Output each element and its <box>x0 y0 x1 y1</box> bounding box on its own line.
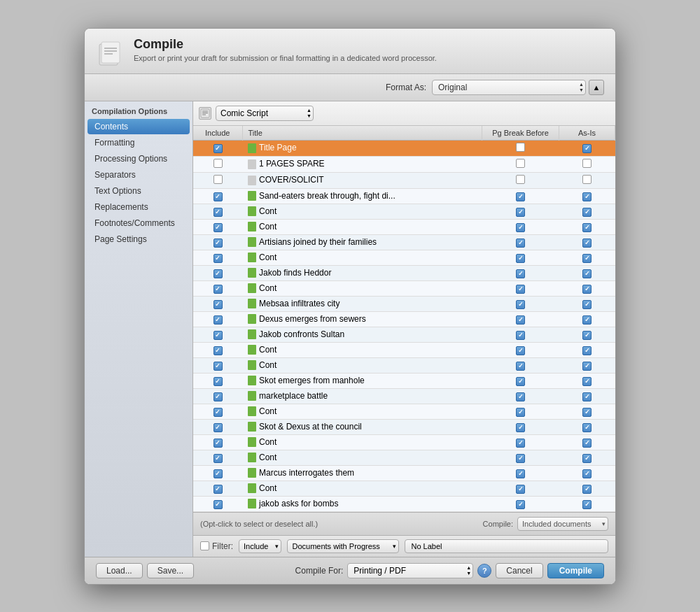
as-is-cell <box>559 342 615 357</box>
as-is-checkbox[interactable] <box>582 423 592 432</box>
as-is-checkbox[interactable] <box>582 223 592 232</box>
include-checkbox[interactable] <box>214 254 223 263</box>
include-checkbox[interactable] <box>214 469 223 478</box>
pg-break-checkbox[interactable] <box>516 362 525 371</box>
include-checkbox[interactable] <box>214 362 223 371</box>
pg-break-checkbox[interactable] <box>516 392 525 401</box>
compile-button[interactable]: Compile <box>547 563 604 578</box>
compile-for-stepper[interactable]: ▲ ▼ <box>466 565 471 576</box>
pg-break-checkbox[interactable] <box>516 439 525 448</box>
sidebar-item-replacements[interactable]: Replacements <box>88 199 190 215</box>
pg-break-checkbox[interactable] <box>516 346 525 355</box>
pg-break-checkbox[interactable] <box>516 285 525 294</box>
load-button[interactable]: Load... <box>96 563 143 578</box>
pg-break-checkbox[interactable] <box>516 208 525 217</box>
sidebar-item-processing[interactable]: Processing Options <box>88 151 190 166</box>
sidebar-item-footnotes[interactable]: Footnotes/Comments <box>88 215 190 231</box>
as-is-checkbox[interactable] <box>582 175 592 184</box>
sidebar-item-formatting[interactable]: Formatting <box>88 135 190 150</box>
pg-break-checkbox[interactable] <box>516 469 525 478</box>
include-checkbox[interactable] <box>214 223 223 232</box>
include-checkbox[interactable] <box>214 192 223 201</box>
sidebar-item-text-options[interactable]: Text Options <box>88 183 190 199</box>
include-checkbox[interactable] <box>214 239 223 248</box>
include-checkbox[interactable] <box>214 331 223 340</box>
filter-documents-select[interactable]: Documents with Progress <box>287 539 399 553</box>
sidebar-item-contents-active[interactable]: Contents <box>88 119 190 134</box>
as-is-checkbox[interactable] <box>582 439 592 448</box>
include-checkbox[interactable] <box>214 269 223 278</box>
as-is-checkbox[interactable] <box>582 208 592 217</box>
help-button[interactable]: ? <box>477 564 491 578</box>
pg-break-checkbox[interactable] <box>516 254 525 263</box>
filter-include-select[interactable]: Include <box>239 539 281 553</box>
as-is-checkbox[interactable] <box>582 144 592 153</box>
include-checkbox[interactable] <box>214 423 223 432</box>
pg-break-checkbox[interactable] <box>516 423 525 432</box>
pg-break-checkbox[interactable] <box>516 175 525 184</box>
pg-break-checkbox[interactable] <box>516 331 525 340</box>
as-is-checkbox[interactable] <box>582 192 592 201</box>
pg-break-checkbox[interactable] <box>516 300 525 309</box>
include-checkbox[interactable] <box>214 439 223 448</box>
as-is-checkbox[interactable] <box>582 331 592 340</box>
pg-break-checkbox[interactable] <box>516 159 525 168</box>
include-checkbox[interactable] <box>214 300 223 309</box>
as-is-checkbox[interactable] <box>582 346 592 355</box>
pg-break-checkbox[interactable] <box>516 269 525 278</box>
pg-break-checkbox[interactable] <box>516 408 525 417</box>
pg-break-checkbox[interactable] <box>516 143 525 152</box>
include-checkbox[interactable] <box>214 408 223 417</box>
sidebar-item-separators[interactable]: Separators <box>88 167 190 183</box>
include-checkbox[interactable] <box>214 485 223 494</box>
as-is-checkbox[interactable] <box>582 377 592 386</box>
as-is-checkbox[interactable] <box>582 159 592 168</box>
include-checkbox[interactable] <box>214 392 223 401</box>
as-is-checkbox[interactable] <box>582 285 592 294</box>
pg-break-checkbox[interactable] <box>516 485 525 494</box>
as-is-checkbox[interactable] <box>582 485 592 494</box>
pg-break-checkbox[interactable] <box>516 500 525 509</box>
as-is-checkbox[interactable] <box>582 469 592 478</box>
include-checkbox[interactable] <box>214 346 223 355</box>
table-row: Sand-eaters break through, fight di... <box>193 188 615 204</box>
include-checkbox[interactable] <box>214 285 223 294</box>
pg-break-checkbox[interactable] <box>516 454 525 463</box>
as-is-checkbox[interactable] <box>582 315 592 325</box>
filter-no-label-select[interactable]: No Label <box>405 539 608 553</box>
include-checkbox[interactable] <box>214 175 223 184</box>
format-up-button[interactable]: ▲ <box>589 80 604 95</box>
as-is-checkbox[interactable] <box>582 408 592 417</box>
pg-break-checkbox[interactable] <box>516 192 525 201</box>
compile-for-select[interactable]: Printing / PDF ▲ ▼ <box>347 563 473 578</box>
included-documents-select[interactable]: Included documents <box>517 517 608 531</box>
as-is-checkbox[interactable] <box>582 500 592 509</box>
as-is-checkbox[interactable] <box>582 454 592 463</box>
include-checkbox[interactable] <box>214 377 223 386</box>
save-button[interactable]: Save... <box>147 563 194 578</box>
cancel-button[interactable]: Cancel <box>496 563 542 578</box>
include-checkbox[interactable] <box>214 454 223 463</box>
as-is-checkbox[interactable] <box>582 239 592 248</box>
title-cell: Sand-eaters break through, fight di... <box>242 188 482 204</box>
script-stepper[interactable]: ▲ ▼ <box>307 108 312 118</box>
pg-break-checkbox[interactable] <box>516 239 525 248</box>
as-is-checkbox[interactable] <box>582 392 592 401</box>
as-is-checkbox[interactable] <box>582 254 592 263</box>
include-checkbox[interactable] <box>214 315 223 325</box>
script-select[interactable]: Comic Script ▲ ▼ <box>216 106 314 121</box>
include-checkbox[interactable] <box>214 500 223 509</box>
as-is-checkbox[interactable] <box>582 269 592 278</box>
as-is-checkbox[interactable] <box>582 362 592 371</box>
sidebar-item-page-settings[interactable]: Page Settings <box>88 232 190 247</box>
as-is-checkbox[interactable] <box>582 300 592 309</box>
format-as-select[interactable]: Original ▲ ▼ <box>432 80 586 95</box>
filter-checkbox[interactable] <box>200 541 209 550</box>
include-checkbox[interactable] <box>214 159 223 168</box>
pg-break-checkbox[interactable] <box>516 377 525 386</box>
include-checkbox[interactable] <box>214 208 223 217</box>
include-checkbox[interactable] <box>214 144 223 153</box>
format-stepper[interactable]: ▲ ▼ <box>579 82 584 92</box>
pg-break-checkbox[interactable] <box>516 223 525 232</box>
pg-break-checkbox[interactable] <box>516 315 525 325</box>
